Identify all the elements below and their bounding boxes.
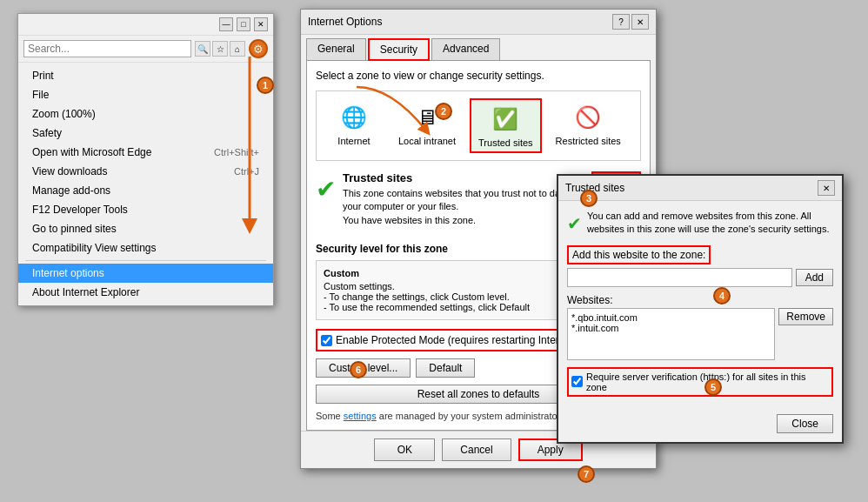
dialog-title: Internet Options — [308, 16, 382, 28]
trusted-section: ✔ Trusted sites This zone contains websi… — [316, 171, 591, 227]
zone-internet[interactable]: 🌐 Internet — [324, 98, 384, 153]
close-btn[interactable]: ✕ — [254, 17, 268, 31]
tab-advanced[interactable]: Advanced — [431, 38, 500, 60]
remove-btn[interactable]: Remove — [778, 308, 833, 325]
star-icon[interactable]: ☆ — [212, 41, 228, 57]
trusted-info: Trusted sites This zone contains website… — [343, 171, 591, 227]
popup-footer: Close — [558, 414, 842, 442]
ie-menu-window: — □ ✕ 🔍 ☆ ⌂ ⚙ Print File Zoom (100%) Saf… — [17, 13, 274, 306]
default-btn[interactable]: Default — [416, 358, 475, 378]
trusted-title: Trusted sites — [343, 171, 591, 184]
settings-link[interactable]: settings — [344, 411, 377, 421]
search-input[interactable] — [23, 40, 191, 57]
dialog-controls: ? ✕ — [612, 14, 649, 30]
websites-list: *.qbo.intuit.com *.intuit.com — [567, 308, 775, 360]
minimize-btn[interactable]: — — [219, 17, 233, 31]
menu-item-zoom[interactable]: Zoom (100%) — [18, 104, 273, 124]
callout-5: 5 — [704, 378, 722, 396]
add-website-input[interactable] — [567, 268, 792, 287]
green-check-icon: ✔ — [316, 175, 336, 204]
dialog-titlebar: Internet Options ? ✕ — [301, 10, 656, 35]
websites-label: Websites: — [567, 294, 612, 306]
menu-item-file[interactable]: File — [18, 85, 273, 104]
callout-7: 7 — [578, 465, 595, 483]
gear-icon[interactable]: ⚙ — [249, 39, 268, 58]
restricted-icon: 🚫 — [571, 102, 605, 133]
popup-titlebar: Trusted sites ✕ — [558, 176, 842, 201]
tab-general[interactable]: General — [306, 38, 366, 60]
popup-close-btn[interactable]: ✕ — [818, 180, 835, 196]
ie-menu-titlebar: — □ ✕ — [18, 14, 273, 36]
restore-btn[interactable]: □ — [237, 17, 250, 31]
zones-row: 🌐 Internet 🖥 Local intranet ✅ Trusted si… — [316, 90, 641, 161]
menu-item-addons[interactable]: Manage add-ons — [18, 181, 273, 200]
add-website-label: Add this website to the zone: — [567, 245, 711, 264]
menu-item-internet-options[interactable]: Internet options — [18, 264, 273, 283]
menu-item-downloads[interactable]: View downloads Ctrl+J — [18, 162, 273, 181]
menu-item-about[interactable]: About Internet Explorer — [18, 283, 273, 302]
cancel-btn[interactable]: Cancel — [442, 438, 511, 461]
search-icons: 🔍 ☆ ⌂ — [195, 41, 245, 57]
menu-item-pinned[interactable]: Go to pinned sites — [18, 219, 273, 238]
trusted-sites-popup: Trusted sites ✕ ✔ You can add and remove… — [557, 174, 844, 444]
popup-desc-text: You can add and remove websites from thi… — [587, 210, 833, 237]
menu-separator — [25, 260, 266, 261]
zone-local-intranet[interactable]: 🖥 Local intranet — [391, 98, 463, 153]
callout-3: 3 — [580, 190, 598, 207]
trusted-desc: This zone contains websites that you tru… — [343, 187, 591, 214]
add-website-btn[interactable]: Add — [796, 269, 833, 286]
website-item[interactable]: *.qbo.intuit.com — [571, 312, 771, 323]
menu-item-f12[interactable]: F12 Developer Tools — [18, 200, 273, 219]
protected-mode-label: Enable Protected Mode (requires restarti… — [336, 334, 589, 346]
zone-trusted[interactable]: ✅ Trusted sites — [470, 98, 542, 153]
ie-menu-items: Print File Zoom (100%) Safety Open with … — [18, 63, 273, 305]
popup-body: ✔ You can add and remove websites from t… — [558, 201, 842, 414]
protected-mode-checkbox[interactable] — [321, 335, 332, 346]
callout-1: 1 — [257, 77, 274, 94]
popup-close-button[interactable]: Close — [777, 414, 833, 433]
menu-item-print[interactable]: Print — [18, 66, 273, 85]
internet-icon: 🌐 — [337, 102, 371, 133]
home-icon[interactable]: ⌂ — [230, 41, 245, 57]
ok-btn[interactable]: OK — [374, 438, 435, 461]
add-row: Add — [567, 268, 833, 287]
menu-item-compat[interactable]: Compatibility View settings — [18, 238, 273, 258]
zone-restricted[interactable]: 🚫 Restricted sites — [549, 98, 628, 153]
menu-item-edge[interactable]: Open with Microsoft Edge Ctrl+Shift+ — [18, 143, 273, 162]
require-verify-row: Require server verification (https:) for… — [567, 367, 833, 397]
website-item[interactable]: *.intuit.com — [571, 323, 771, 333]
tab-security[interactable]: Security — [368, 38, 430, 61]
websites-row: *.qbo.intuit.com *.intuit.com Remove — [567, 308, 833, 360]
popup-check-icon: ✔ — [567, 213, 582, 234]
require-verify-check[interactable] — [571, 376, 583, 387]
require-verify-checkbox: Require server verification (https:) for… — [567, 367, 833, 397]
tab-strip: General Security Advanced — [301, 35, 656, 60]
menu-item-safety[interactable]: Safety — [18, 124, 273, 143]
callout-4: 4 — [713, 287, 731, 305]
trusted-sub: You have websites in this zone. — [343, 214, 591, 227]
close-dialog-btn[interactable]: ✕ — [631, 14, 649, 30]
ie-search-bar: 🔍 ☆ ⌂ ⚙ — [18, 36, 273, 63]
security-instruction: Select a zone to view or change security… — [316, 70, 641, 82]
callout-2: 2 — [435, 103, 452, 120]
search-icon[interactable]: 🔍 — [195, 41, 210, 57]
trusted-icon: ✅ — [488, 104, 523, 135]
callout-6: 6 — [350, 361, 367, 378]
popup-desc: ✔ You can add and remove websites from t… — [567, 210, 833, 237]
help-btn[interactable]: ? — [612, 14, 630, 30]
